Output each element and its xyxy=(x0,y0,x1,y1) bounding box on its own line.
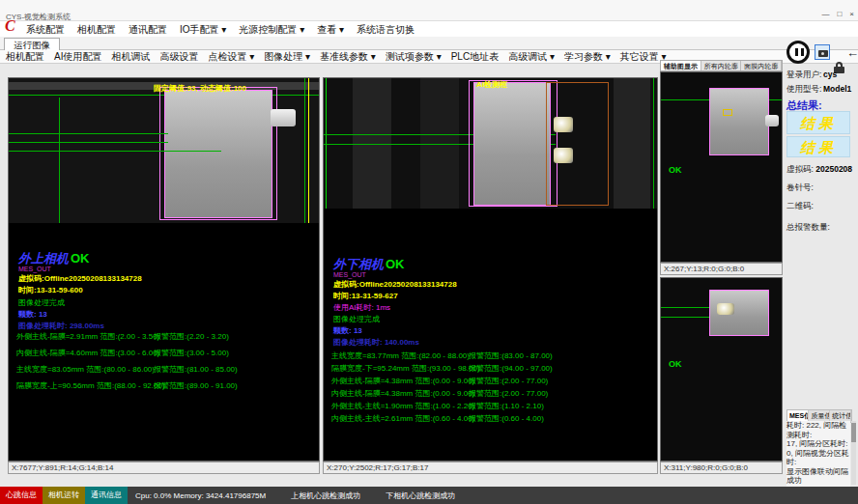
inspected-part xyxy=(164,90,272,218)
left-camera-view[interactable]: 固定阈值:93, 动态阈值:100 外上相机OK MES_OUT 虚拟码:Off… xyxy=(8,77,320,462)
close-button[interactable]: × xyxy=(849,10,854,18)
window-controls: — □ × xyxy=(821,10,854,18)
scrollbar-thumb[interactable] xyxy=(851,423,856,442)
alarm-range: 报警范围:(3.00 - 5.00) xyxy=(154,348,229,358)
menu-system-config[interactable]: 系统配置 xyxy=(26,23,65,37)
ai-detect-rect xyxy=(546,82,609,206)
alarm-range: 报警范围:(94.00 - 97.00) xyxy=(469,363,553,374)
part-connector xyxy=(765,115,779,126)
bright-feature xyxy=(717,303,734,315)
needle-number-label: 卷针号: xyxy=(786,182,814,192)
back-button[interactable]: ← xyxy=(846,45,858,60)
login-user-label: 登录用户: xyxy=(786,70,821,81)
camera-button[interactable] xyxy=(815,44,830,60)
menu-language-switch[interactable]: 系统语言切换 xyxy=(357,23,415,37)
virtual-barcode: 虚拟码:Offline20250208133134728 xyxy=(18,273,142,284)
stats-scrollbar[interactable] xyxy=(851,421,856,485)
mid-camera-view[interactable]: AI检测框 外下相机OK MES_OUT 虚拟码:Offline20250208… xyxy=(323,77,658,462)
tool-camera-debug[interactable]: 相机调试 xyxy=(111,50,150,64)
heartbeat-badge: 心跳信息 xyxy=(0,487,43,504)
model-value: Model1 xyxy=(823,84,851,94)
aux-top-coords-strip: X:267;Y:13;R:0;G:0;B:0 xyxy=(660,263,783,275)
aux-bottom-camera-view[interactable]: OK xyxy=(660,277,783,462)
menu-comm-config[interactable]: 通讯配置 xyxy=(129,23,167,37)
menu-light-config[interactable]: 光源控制配置 ▾ xyxy=(239,23,304,37)
overlay-status: OK xyxy=(669,359,682,369)
menu-io-config[interactable]: IO手配置 ▾ xyxy=(180,23,226,37)
alarm-range: 报警范围:(2.00 - 77.00) xyxy=(469,388,548,399)
cpu-memory-readout: Cpu: 0.0% Memory: 3424.41796875M xyxy=(135,491,266,500)
minimize-button[interactable]: — xyxy=(821,10,829,18)
measurement-value: 主线宽度=83.77mm 范围:(82.00 - 88.00) xyxy=(331,350,470,361)
measure-line-2 xyxy=(9,142,168,143)
tool-advanced-debug[interactable]: 高级调试 ▾ xyxy=(508,50,555,64)
tool-plc-address[interactable]: PLC地址表 xyxy=(451,50,499,64)
app-logo-icon: C xyxy=(5,17,15,35)
aux-top-photo: OK xyxy=(661,72,782,262)
tool-advanced-settings[interactable]: 高级设置 xyxy=(159,50,198,64)
overlay-status: OK xyxy=(669,165,682,175)
alarm-range: 报警范围:(89.00 - 91.00) xyxy=(154,380,238,391)
measurement-value: 隔膜宽度-上=90.56mm 范围:(88.00 - 92.00) xyxy=(16,380,165,391)
measurement-row: 内侧主线-隔膜=4.38mm 范围:(0.00 - 9.00) 报警范围:(2.… xyxy=(331,388,655,398)
virtual-code-field: 虚拟码: 20250208 xyxy=(786,164,852,176)
virtual-code-label: 虚拟码: xyxy=(786,164,814,174)
result-ok: OK xyxy=(386,257,405,271)
menu-camera-config[interactable]: 相机配置 xyxy=(77,23,116,37)
aux-top-camera-view[interactable]: OK xyxy=(660,71,783,263)
pause-button[interactable] xyxy=(786,41,810,64)
mes-tag: MES_OUT xyxy=(18,266,51,272)
measurement-value: 主线宽度=83.05mm 范围:(80.00 - 86.00) xyxy=(16,364,155,375)
edge-yellow-line xyxy=(308,78,309,223)
edge-green-line xyxy=(653,78,654,209)
tool-test-params[interactable]: 测试项参数 ▾ xyxy=(386,50,442,64)
result-ok: OK xyxy=(71,251,90,266)
bright-feature xyxy=(554,148,573,163)
camera-name: 外上相机 xyxy=(18,251,69,266)
title-bar: CYS-视觉检测系统 — □ × xyxy=(0,0,858,21)
maximize-button[interactable]: □ xyxy=(837,10,842,18)
threshold-label: 固定阈值:93, 动态阈值:100 xyxy=(154,83,246,94)
alarm-range: 报警范围:(2.20 - 3.20) xyxy=(154,331,229,342)
tool-camera-config[interactable]: 相机配置 xyxy=(6,50,44,64)
process-elapsed: 图像处理耗时: 298.00ms xyxy=(18,321,104,331)
measurement-value: 内侧主线-主线=2.61mm 范围:(0.60 - 4.00) xyxy=(331,413,474,424)
result-box-2: 结果 xyxy=(786,136,850,157)
particle-count: 颗数: 13 xyxy=(333,325,362,336)
mid-coords-strip: X:270;Y:2502;R:17;G:17;B:17 xyxy=(323,462,658,474)
tool-image-processing[interactable]: 图像处理 ▾ xyxy=(264,50,310,64)
left-coords-strip: X:7677;Y:891;R:14;G:14;B:14 xyxy=(8,462,320,474)
stats-line: 耗时: 222, 间隔检测耗时: xyxy=(786,421,850,439)
alarm-count-field: 总报警数量: xyxy=(786,222,830,234)
measurement-row: 主线宽度=83.77mm 范围:(82.00 - 88.00) 报警范围:(83… xyxy=(331,350,655,360)
tool-baseline-params[interactable]: 基准线参数 ▾ xyxy=(320,50,376,64)
comm-info-badge: 通讯信息 xyxy=(85,487,128,504)
aux-view-tabs: 辅助图显示 所有内轮廓 面膜内轮廓 xyxy=(660,60,783,71)
measurement-value: 隔膜宽度-下=95.24mm 范围:(93.00 - 98.00) xyxy=(331,363,480,374)
camera-name: 外下相机 xyxy=(333,257,384,271)
ai-box-label: AI检测框 xyxy=(476,79,507,90)
tool-learning-params[interactable]: 学习参数 ▾ xyxy=(564,50,611,64)
aux-bottom-photo: OK xyxy=(661,278,782,461)
alarm-range: 报警范围:(2.00 - 77.00) xyxy=(469,376,548,386)
aux-tab-all-contours[interactable]: 所有内轮廓 xyxy=(701,61,742,70)
feature-marker xyxy=(723,109,732,116)
result-box-1: 结果 xyxy=(786,111,850,134)
aux-tab-mask-contours[interactable]: 面膜内轮廓 xyxy=(741,61,782,70)
aux-tab-helper-display[interactable]: 辅助图显示 xyxy=(661,61,701,70)
vertical-green-line xyxy=(59,98,60,223)
measurement-row: 内侧主线-主线=2.61mm 范围:(0.60 - 4.00) 报警范围:(0.… xyxy=(331,413,655,423)
menu-items: 系统配置 相机配置 通讯配置 IO手配置 ▾ 光源控制配置 ▾ 查看 ▾ 系统语… xyxy=(26,23,415,37)
stats-line: 显示图像联动间隔成功 xyxy=(786,467,850,486)
tool-spot-check[interactable]: 点检设置 ▾ xyxy=(208,50,254,64)
menu-view[interactable]: 查看 ▾ xyxy=(317,23,344,37)
app-window: CYS-视觉检测系统 — □ × C 系统配置 相机配置 通讯配置 IO手配置 … xyxy=(0,0,858,504)
needle-number-field: 卷针号: xyxy=(786,182,814,194)
alarm-range: 报警范围:(81.00 - 85.00) xyxy=(154,364,238,375)
tab-row: 运行图像 xyxy=(0,37,858,50)
camera-lens-icon xyxy=(821,52,824,55)
edge-green-line xyxy=(304,78,305,223)
tool-ai-config[interactable]: AI使用配置 xyxy=(54,50,101,64)
alarm-range: 报警范围:(0.60 - 4.00) xyxy=(469,413,544,424)
virtual-code-value: 20250208 xyxy=(815,164,852,174)
